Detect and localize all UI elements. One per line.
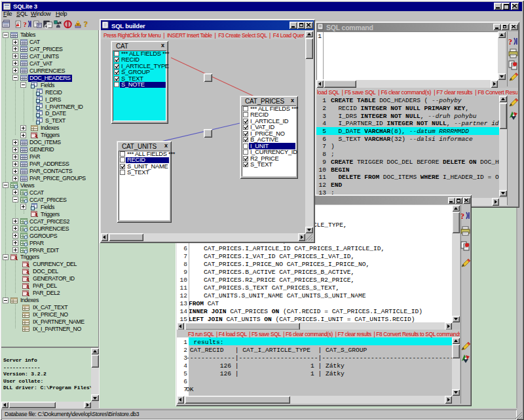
svg-text:?: ? bbox=[460, 212, 464, 221]
svg-text:?: ? bbox=[84, 20, 88, 29]
svg-text:?: ? bbox=[508, 37, 512, 47]
svg-text:?: ? bbox=[23, 21, 26, 28]
